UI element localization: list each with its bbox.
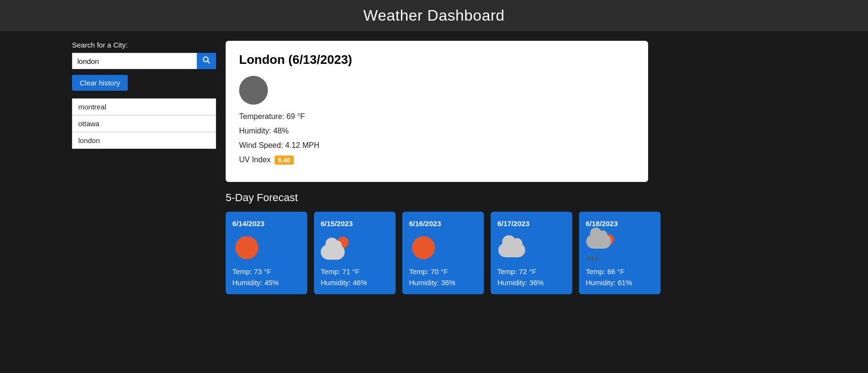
- search-button[interactable]: [197, 53, 216, 69]
- forecast-card-4: 6/17/2023 Temp: 72 °F Humidity: 36%: [491, 212, 572, 294]
- weather-icon-current: [239, 76, 268, 105]
- forecast-card-1: 6/14/2023 Temp: 73 °F Humidity: 45%: [226, 212, 307, 294]
- forecast-title: 5-Day Forecast: [226, 192, 648, 204]
- city-title: London (6/13/2023): [239, 52, 635, 67]
- humidity-detail: Humidity: 48%: [239, 127, 635, 135]
- forecast-humidity: Humidity: 36%: [409, 278, 477, 287]
- sidebar: Search for a City: Clear history montrea…: [72, 41, 216, 294]
- forecast-date: 6/18/2023: [586, 219, 654, 228]
- search-label: Search for a City:: [72, 41, 216, 49]
- forecast-humidity: Humidity: 45%: [232, 278, 301, 287]
- history-list: montreal ottawa london: [72, 98, 216, 149]
- forecast-section: 5-Day Forecast 6/14/2023 Temp: 73 °F Hum…: [226, 192, 648, 294]
- list-item[interactable]: london: [72, 132, 216, 149]
- forecast-humidity: Humidity: 61%: [586, 278, 654, 287]
- current-weather-card: London (6/13/2023) Temperature: 69 °F Hu…: [226, 41, 648, 182]
- forecast-icon-cloud-rain: [586, 234, 615, 261]
- clear-history-button[interactable]: Clear history: [72, 75, 128, 91]
- forecast-icon-cloud: [497, 234, 526, 261]
- forecast-temp: Temp: 73 °F: [232, 267, 301, 276]
- forecast-date: 6/15/2023: [321, 219, 389, 228]
- forecast-temp: Temp: 70 °F: [409, 267, 477, 276]
- wind-speed-detail: Wind Speed: 4.12 MPH: [239, 141, 635, 150]
- uv-badge: 6.46: [275, 156, 293, 165]
- forecast-date: 6/17/2023: [497, 219, 566, 228]
- svg-point-0: [204, 57, 208, 62]
- list-item[interactable]: montreal: [72, 98, 216, 115]
- forecast-card-2: 6/15/2023 Temp: 71 °F Humidity: 46%: [314, 212, 396, 294]
- svg-line-1: [208, 61, 210, 64]
- page-title: Weather Dashboard: [363, 7, 505, 24]
- forecast-icon-sun: [232, 234, 261, 261]
- forecast-temp: Temp: 71 °F: [321, 267, 389, 276]
- temperature-detail: Temperature: 69 °F: [239, 112, 635, 121]
- search-row: [72, 53, 216, 69]
- forecast-temp: Temp: 72 °F: [497, 267, 566, 276]
- content-area: London (6/13/2023) Temperature: 69 °F Hu…: [226, 41, 648, 294]
- search-icon: [203, 56, 210, 64]
- forecast-temp: Temp: 66 °F: [586, 267, 654, 276]
- forecast-cards: 6/14/2023 Temp: 73 °F Humidity: 45% 6/15…: [226, 212, 648, 294]
- forecast-icon-sun: [409, 234, 438, 261]
- forecast-card-3: 6/16/2023 Temp: 70 °F Humidity: 36%: [402, 212, 484, 294]
- page-header: Weather Dashboard: [0, 0, 868, 31]
- forecast-card-5: 6/18/2023 Temp: 66 °F: [579, 212, 661, 294]
- list-item[interactable]: ottawa: [72, 115, 216, 132]
- search-input[interactable]: [72, 53, 197, 69]
- forecast-humidity: Humidity: 46%: [321, 278, 389, 287]
- uv-index-detail: UV Index 6.46: [239, 156, 635, 165]
- forecast-date: 6/14/2023: [232, 219, 301, 228]
- main-layout: Search for a City: Clear history montrea…: [0, 31, 868, 304]
- forecast-date: 6/16/2023: [409, 219, 477, 228]
- forecast-humidity: Humidity: 36%: [497, 278, 566, 287]
- forecast-icon-cloud-sun: [321, 234, 350, 261]
